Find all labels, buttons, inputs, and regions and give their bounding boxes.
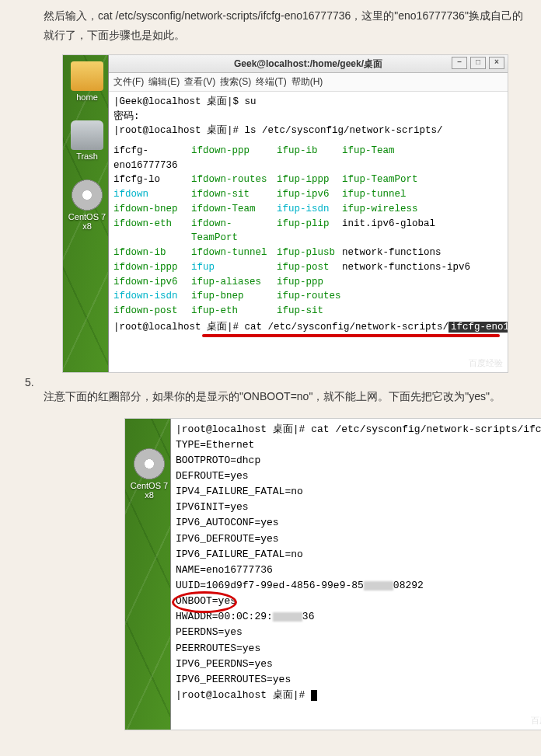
desktop-icon-centos-7-x8[interactable]: CentOS 7 x8: [128, 448, 170, 500]
ls-entry: ifup-TeamPort: [342, 172, 503, 187]
red-underline-annotation: [202, 334, 500, 337]
window-min-button[interactable]: –: [452, 57, 467, 69]
ls-entry: [342, 289, 503, 304]
ls-entry: ifup-plusb: [277, 246, 342, 260]
cat-command-line: |root@localhost 桌面|# cat /etc/sysconfig/…: [109, 319, 508, 333]
terminal-output-2: |root@localhost 桌面|# cat /etc/sysconfig/…: [170, 419, 541, 730]
menu-item[interactable]: 编辑(E): [148, 76, 180, 87]
terminal-line: IPV6_FAILURE_FATAL=no: [176, 547, 541, 563]
terminal-line: |root@localhost 桌面|# cat /etc/sysconfig/…: [176, 422, 541, 437]
ls-entry: ifup-ib: [277, 144, 342, 173]
terminal-line: |root@localhost 桌面|#: [176, 688, 541, 703]
window-titlebar: Geek@localhost:/home/geek/桌面 – □ ×: [109, 55, 508, 73]
cursor: [311, 690, 317, 701]
terminal-line: PEERROUTES=yes: [176, 641, 541, 657]
desktop-icon-home[interactable]: home: [66, 61, 108, 102]
ls-entry: ifdown-post: [113, 304, 191, 319]
ls-entry: ifup-eth: [191, 304, 277, 319]
ls-entry: ifdown-sit: [191, 187, 277, 202]
ls-entry: ifup-Team: [342, 144, 503, 173]
ls-entry: ifup-post: [277, 260, 342, 275]
menu-item[interactable]: 帮助(H): [291, 76, 323, 87]
ls-entry: ifup-plip: [277, 217, 342, 246]
ls-entry: ifup-tunnel: [342, 187, 503, 202]
terminal-line: TYPE=Ethernet: [176, 437, 541, 453]
terminal-line: UUID=1069d9f7-99ed-4856-99e9-8508292: [176, 578, 541, 594]
ls-entry: ifup-aliases: [191, 275, 277, 290]
cat-highlight: ifcfg-eno16777736: [449, 322, 508, 333]
folder-icon: [71, 61, 103, 91]
desktop-icon-label: home: [66, 92, 108, 102]
window-close-button[interactable]: ×: [489, 57, 504, 69]
desktop-icon-label: CentOS 7 x8: [66, 212, 108, 231]
ls-entry: ifup-ppp: [277, 275, 342, 290]
ls-entry: ifdown-isdn: [113, 289, 191, 304]
ls-entry: ifdown-TeamPort: [191, 217, 277, 246]
ls-listing: ifcfg-eno16777736ifdown-pppifup-ibifup-T…: [109, 144, 508, 319]
ls-entry: [342, 304, 503, 319]
ls-entry: ifup-bnep: [191, 289, 277, 304]
terminal-output: |Geek@localhost 桌面|$ su 密码: |root@localh…: [109, 92, 508, 143]
ls-entry: ifup-isdn: [277, 202, 342, 217]
desktop-icon-trash[interactable]: Trash: [66, 120, 108, 161]
ls-entry: ifdown-ib: [113, 246, 191, 260]
terminal-line: NAME=eno16777736: [176, 563, 541, 578]
terminal-line: DEFROUTE=yes: [176, 469, 541, 484]
ls-entry: [342, 275, 503, 290]
ordered-list-number-5: 5.: [25, 376, 34, 388]
terminal-line: ONBOOT=yes: [176, 594, 541, 609]
redacted-segment: [364, 581, 393, 591]
terminal-line: IPV6_PEERROUTES=yes: [176, 672, 541, 688]
ls-entry: ifdown-bnep: [113, 202, 191, 217]
window-title: Geek@localhost:/home/geek/桌面: [234, 58, 382, 69]
desktop-icon-centos-7-x8[interactable]: CentOS 7 x8: [66, 179, 108, 231]
cat-prefix: |root@localhost 桌面|# cat /etc/sysconfig/…: [113, 322, 449, 333]
terminal-screenshot-2: CentOS 7 x8 |root@localhost 桌面|# cat /et…: [124, 418, 541, 730]
window-max-button[interactable]: □: [470, 57, 486, 69]
menu-item[interactable]: 终端(T): [256, 76, 286, 87]
ls-entry: ifdown-Team: [191, 202, 277, 217]
ls-entry: ifdown-ippp: [113, 260, 191, 275]
terminal-line: PEERDNS=yes: [176, 625, 541, 640]
ls-entry: network-functions-ipv6: [342, 260, 503, 275]
ls-entry: ifup-sit: [277, 304, 342, 319]
watermark: 百度经验: [531, 715, 541, 726]
ls-entry: ifdown-ppp: [191, 144, 277, 173]
terminal-line: IPV6_AUTOCONF=yes: [176, 515, 541, 531]
ls-entry: ifdown-ipv6: [113, 275, 191, 290]
terminal-line: IPV6_DEFROUTE=yes: [176, 531, 541, 547]
ls-entry: ifup-routes: [277, 289, 342, 304]
cd-icon: [134, 448, 165, 479]
trash-icon: [71, 120, 103, 150]
terminal-line: IPV6_PEERDNS=yes: [176, 657, 541, 672]
ls-entry: ifdown: [113, 187, 191, 202]
menu-item[interactable]: 搜索(S): [220, 76, 251, 87]
ls-entry: init.ipv6-global: [342, 217, 503, 246]
ls-entry: ifcfg-eno16777736: [113, 144, 191, 173]
watermark: 百度经验: [469, 357, 503, 369]
desktop-icon-label: CentOS 7 x8: [128, 481, 170, 500]
ls-entry: network-functions: [342, 246, 503, 260]
menu-bar: 文件(F)编辑(E)查看(V)搜索(S)终端(T)帮助(H): [109, 73, 508, 92]
ls-entry: ifcfg-lo: [113, 172, 191, 187]
terminal-line: IPV6INIT=yes: [176, 500, 541, 515]
note-paragraph: 注意下面的红圈部分，如果你的是显示的"ONBOOT=no"，就不能上网。下面先把…: [44, 387, 533, 406]
ls-entry: ifup-ippp: [277, 172, 342, 187]
ls-entry: ifdown-eth: [113, 217, 191, 246]
desktop-icon-label: Trash: [66, 152, 108, 161]
ls-entry: ifup-wireless: [342, 202, 503, 217]
intro-paragraph: 然后输入，cat /etc/sysconfig/network-scripts/…: [44, 6, 533, 45]
terminal-line: HWADDR=00:0C:29:36: [176, 609, 541, 625]
terminal-line: BOOTPROTO=dhcp: [176, 453, 541, 469]
ls-entry: ifup: [191, 260, 277, 275]
menu-item[interactable]: 查看(V): [184, 76, 215, 87]
ls-entry: ifdown-tunnel: [191, 246, 277, 260]
menu-item[interactable]: 文件(F): [113, 76, 144, 87]
ls-entry: ifup-ipv6: [277, 187, 342, 202]
cd-icon: [72, 179, 103, 211]
redacted-segment: [273, 612, 302, 622]
terminal-line: IPV4_FAILURE_FATAL=no: [176, 484, 541, 500]
ls-entry: ifdown-routes: [191, 172, 277, 187]
terminal-screenshot-1: homeTrashCentOS 7 x8 Geek@localhost:/hom…: [62, 54, 508, 373]
